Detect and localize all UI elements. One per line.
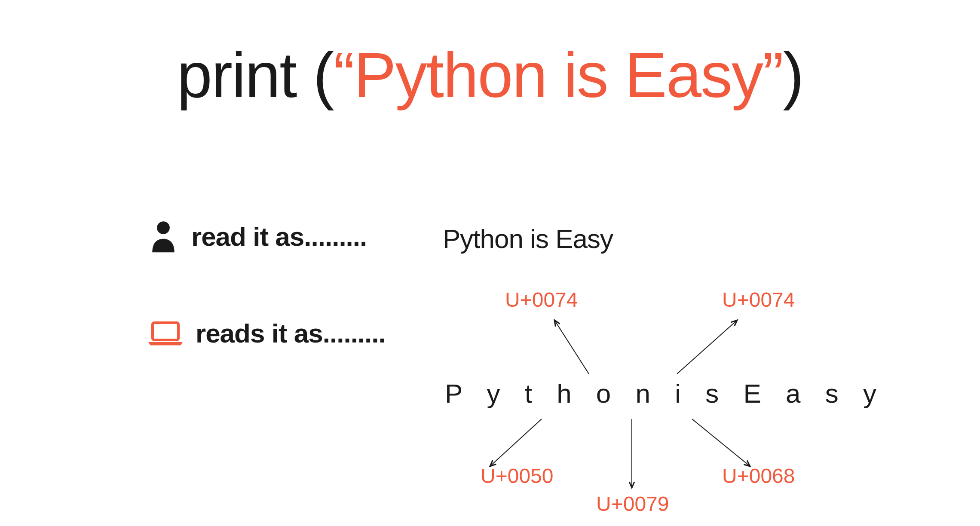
title-content: Python is Easy (354, 40, 763, 110)
title-open-quote: “ (334, 40, 354, 110)
title-suffix: ) (783, 40, 803, 110)
computer-value: P y t h o n i s E a s y (445, 378, 885, 409)
unicode-code-5: U+0068 (722, 464, 795, 488)
person-icon (148, 219, 178, 254)
human-row: read it as......... (148, 219, 367, 254)
human-value: Python is Easy (443, 223, 613, 254)
svg-point-0 (157, 221, 170, 234)
human-label: read it as......... (191, 221, 367, 252)
svg-line-6 (692, 419, 750, 466)
computer-label: reads it as......... (196, 318, 386, 349)
svg-line-3 (677, 320, 737, 374)
page-title: print (“Python is Easy”) (0, 39, 980, 112)
computer-row: reads it as......... (148, 318, 386, 349)
title-prefix: print ( (177, 40, 333, 110)
title-close-quote: ” (763, 40, 783, 110)
unicode-code-4: U+0079 (596, 492, 669, 516)
svg-line-2 (554, 320, 589, 374)
unicode-code-2: U+0074 (722, 288, 795, 312)
svg-rect-1 (153, 323, 178, 340)
unicode-code-3: U+0050 (481, 464, 553, 488)
laptop-icon (148, 321, 183, 346)
svg-line-4 (490, 419, 542, 466)
unicode-code-1: U+0074 (505, 288, 578, 312)
